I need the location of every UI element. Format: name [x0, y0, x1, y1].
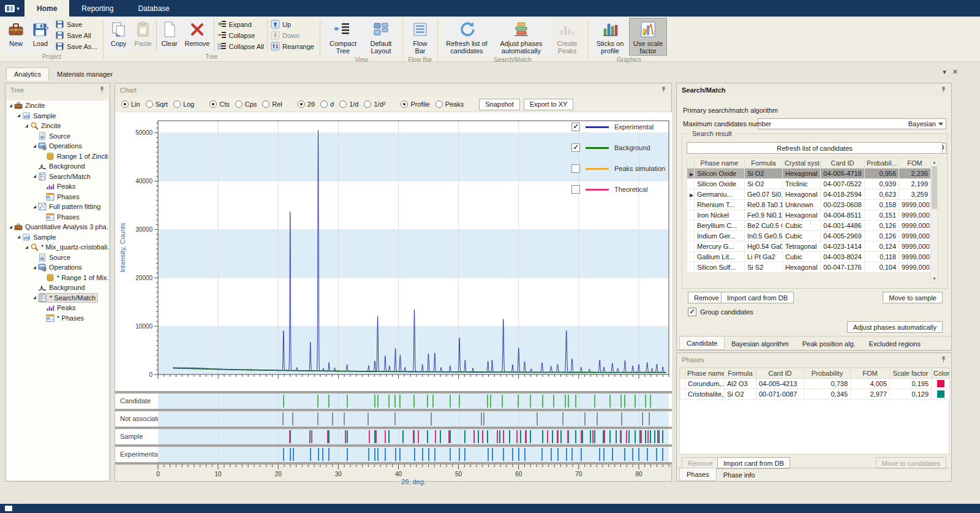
candidate-row[interactable]: Silicon OxideSi O2Triclinic04-007-05220,…	[687, 179, 931, 189]
tree-item-search-match[interactable]: * Search/Match	[7, 293, 108, 303]
display-radio-peaks[interactable]: Peaks	[435, 101, 464, 108]
pin-icon[interactable]	[941, 86, 946, 94]
ribbon-button-rearrange[interactable]: Rearrange	[268, 41, 317, 52]
expander-icon[interactable]	[25, 246, 28, 249]
doc-tab-materials-manager[interactable]: Materials manager	[49, 67, 121, 81]
candidate-row[interactable]: ▶Germaniu...Ge0.07 Si0.9...Hexagonal04-0…	[687, 189, 931, 200]
ribbon-button-paste[interactable]: Paste	[131, 18, 156, 53]
tree-item-background[interactable]: Background	[7, 283, 108, 293]
ribbon-button-new[interactable]: New	[4, 18, 28, 53]
units-radio-rel[interactable]: Rel	[262, 101, 282, 108]
tree-item-peaks[interactable]: Peaks	[7, 303, 108, 313]
app-menu-button[interactable]: ▾	[0, 0, 24, 17]
candidate-row[interactable]: Iron NickelFe0.9 Ni0.1Hexagonal04-004-85…	[687, 210, 931, 221]
ribbon-button-flow-bar[interactable]: Flow Bar	[406, 18, 434, 56]
ribbon-button-remove[interactable]: Remove	[182, 18, 213, 53]
legend-checkbox-theoretical[interactable]	[571, 185, 580, 194]
tree-item-range-1-of-mix[interactable]: * Range 1 of Mix....	[7, 273, 108, 283]
tree-item-range-1-of-zincite[interactable]: Range 1 of Zincite	[7, 151, 108, 162]
scale-radio-log[interactable]: Log	[173, 101, 194, 108]
ribbon-button-sticks-on-profile[interactable]: Sticks on profile	[591, 18, 629, 56]
tree-item-source[interactable]: Source	[7, 253, 108, 263]
phases-tab-phase-info[interactable]: Phase info	[717, 469, 762, 481]
units-radio-cps[interactable]: Cps	[235, 101, 257, 108]
ribbon-button-adjust-phases-automatically[interactable]: Adjust phases automatically	[492, 18, 550, 56]
column-header-crystal-syst[interactable]: Crystal syst...	[783, 158, 821, 169]
move-to-sample-button[interactable]: Move to sample	[883, 292, 943, 303]
searchmatch-tab-candidate[interactable]: Candidate	[679, 337, 725, 350]
xaxis-radio-1-d[interactable]: 1/d²	[364, 101, 385, 108]
expander-icon[interactable]	[33, 145, 36, 148]
tree-item-zincite[interactable]: Zincite	[7, 121, 108, 131]
column-header-formula[interactable]: Formula	[745, 158, 783, 169]
expander-icon[interactable]	[17, 235, 20, 238]
tree-item-full-pattern-fitting[interactable]: Full pattern fitting	[7, 202, 108, 212]
tabgroup-close-icon[interactable]: ✕	[952, 68, 958, 76]
tree-item-background[interactable]: Background	[7, 161, 108, 172]
column-header-phase-name[interactable]: Phase name	[695, 158, 745, 169]
snapshot-button[interactable]: Snapshot	[479, 99, 519, 110]
expander-icon[interactable]	[9, 104, 12, 107]
tree-item-mix-quartz-cristobali[interactable]: * Mix_quartz-cristobali...	[7, 242, 108, 253]
ribbon-button-expand[interactable]: Expand	[215, 19, 266, 30]
ribbon-button-save-as[interactable]: Save As...	[53, 41, 100, 52]
candidate-row[interactable]: Gallium Lit...Li Pt Ga2Cubic04-003-80240…	[687, 252, 931, 262]
candidate-row[interactable]: Silicon Sulf...Si S2Hexagonal00-047-1376…	[687, 262, 931, 273]
ribbon-button-collapse-all[interactable]: Collapse All	[215, 41, 266, 52]
column-header-card-id[interactable]: Card ID	[821, 158, 865, 169]
pin-icon[interactable]	[661, 86, 666, 94]
tree-item-operations[interactable]: Operations	[7, 262, 108, 273]
tree-item-search-match[interactable]: Search/Match	[7, 172, 108, 182]
ribbon-button-save[interactable]: Save	[53, 19, 100, 30]
table-scrollbar[interactable]: ▲▼	[930, 158, 938, 283]
display-radio-profile[interactable]: Profile	[401, 101, 429, 108]
tree-item-sample[interactable]: Sample	[7, 232, 108, 243]
ribbon-button-collapse[interactable]: Collapse	[215, 30, 266, 41]
column-header-fom[interactable]: FOM	[899, 158, 931, 169]
tree-item-source[interactable]: Source	[7, 131, 108, 142]
tree-item-sample[interactable]: Sample	[7, 111, 108, 121]
export-to-xy-button[interactable]: Export to XY	[524, 99, 574, 110]
xaxis-radio-d[interactable]: d	[320, 101, 334, 108]
expander-icon[interactable]	[33, 296, 36, 299]
refresh-candidates-button[interactable]: Refresh list of candidates	[687, 142, 943, 154]
ribbon-button-save-all[interactable]: Save All	[53, 30, 100, 41]
expander-icon[interactable]	[25, 124, 28, 127]
column-header-probabil[interactable]: Probabil... ▼	[865, 158, 899, 169]
tree-item-phases[interactable]: * Phases	[7, 313, 108, 324]
candidate-row[interactable]: Mercury G...Hg0.54 Ga0....Tetragonal04-0…	[687, 241, 931, 252]
xaxis-radio-2[interactable]: 2θ	[298, 101, 315, 108]
tree-item-operations[interactable]: Operations	[7, 141, 108, 151]
pin-icon[interactable]	[99, 86, 105, 94]
column-header-fom[interactable]: FOM	[851, 368, 890, 379]
tree-item-quantitative-analysis-3-pha[interactable]: Quantitative Analysis 3 pha...	[7, 222, 108, 232]
legend-checkbox-background[interactable]	[571, 143, 580, 152]
adjust-phases-button[interactable]: Adjust phases automatically	[847, 321, 943, 333]
searchmatch-tab-bayesian-algorithm[interactable]: Bayesian algorithm	[725, 338, 796, 350]
column-header-card-id[interactable]: Card ID	[756, 368, 804, 379]
row-expander-icon[interactable]: ▶	[690, 192, 693, 198]
legend-checkbox-peaks-simulation[interactable]	[571, 164, 580, 173]
ribbon-button-clear[interactable]: Clear	[157, 18, 182, 53]
candidate-row[interactable]: Indium Ger...In0.5 Ge0.5 TeCubic04-005-2…	[687, 231, 931, 241]
column-header-scale-factor[interactable]: Scale factor	[890, 368, 932, 379]
algorithm-select[interactable]: Bayesian	[758, 118, 946, 129]
column-header-formula[interactable]: Formula	[725, 368, 756, 379]
xaxis-radio-1-d[interactable]: 1/d	[339, 101, 358, 108]
expander-icon[interactable]	[33, 205, 36, 208]
candidate-row[interactable]: Rhenium T...Re0.8 Ta0.1...Unknown00-023-…	[687, 200, 931, 210]
ribbon-button-copy[interactable]: Copy	[107, 18, 131, 53]
searchmatch-tab-peak-position-alg[interactable]: Peak position alg.	[796, 338, 862, 350]
tree-item-phases[interactable]: Phases	[7, 212, 108, 222]
candidate-row[interactable]: ▶Silicon OxideSi O2Hexagonal04-005-47180…	[687, 169, 931, 179]
doc-tab-analytics[interactable]: Analytics	[6, 67, 49, 81]
ribbon-button-refresh-list-of-candidates[interactable]: Refresh list of candidates	[441, 18, 492, 56]
ribbon-button-create-peaks[interactable]: Create Peaks	[550, 18, 584, 56]
expander-icon[interactable]	[9, 226, 12, 229]
phase-row[interactable]: Cristobalite,...Si O200-071-00870,3452,9…	[680, 389, 950, 400]
tree-item-peaks[interactable]: Peaks	[7, 181, 108, 192]
ribbon-button-compact-tree[interactable]: Compact Tree	[323, 18, 363, 56]
menu-tab-reporting[interactable]: Reporting	[69, 0, 126, 17]
menu-tab-home[interactable]: Home	[24, 0, 69, 17]
tabgroup-collapse-icon[interactable]: ▾	[943, 68, 946, 76]
